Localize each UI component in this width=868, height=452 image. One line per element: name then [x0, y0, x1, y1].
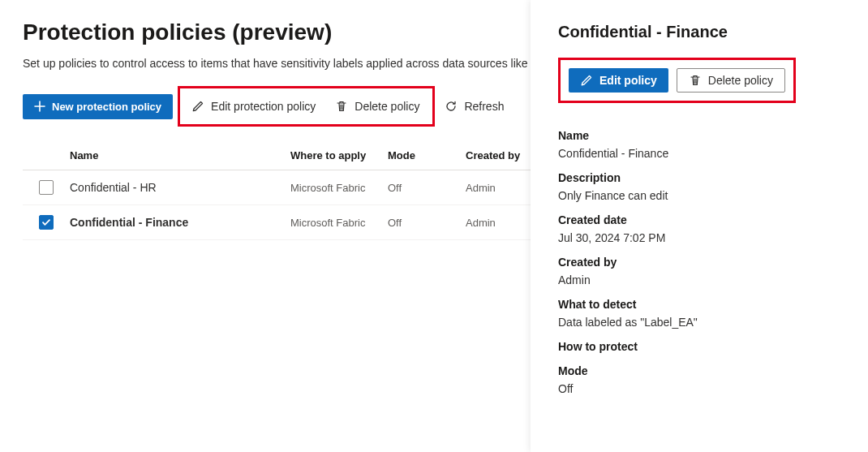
page-subtitle: Set up policies to control access to ite…	[23, 57, 531, 70]
trash-icon	[689, 74, 702, 87]
detail-value-description: Only Finance can edit	[558, 189, 849, 202]
refresh-icon	[445, 100, 458, 113]
row-where: Microsoft Fabric	[290, 217, 388, 229]
details-title: Confidential - Finance	[558, 23, 849, 41]
trash-icon	[335, 100, 348, 113]
main-area: Protection policies (preview) Set up pol…	[0, 0, 531, 452]
row-checkbox[interactable]	[39, 180, 54, 195]
toolbar-highlight: Edit protection policy Delete policy	[178, 86, 435, 127]
policies-table: Name Where to apply Mode Created by Conf…	[23, 141, 531, 240]
row-created-by: Admin	[466, 217, 531, 229]
edit-policy-button[interactable]: Edit policy	[569, 68, 668, 93]
details-panel: Confidential - Finance Edit policy Delet…	[531, 0, 868, 452]
table-header: Name Where to apply Mode Created by	[23, 141, 531, 170]
new-protection-policy-button[interactable]: New protection policy	[23, 94, 173, 119]
page-title: Protection policies (preview)	[23, 19, 531, 45]
edit-policy-label: Edit policy	[599, 74, 657, 87]
table-row[interactable]: Confidential - Finance Microsoft Fabric …	[23, 205, 531, 240]
row-mode: Off	[388, 217, 466, 229]
header-created-by[interactable]: Created by	[466, 149, 531, 161]
detail-label-description: Description	[558, 171, 849, 184]
detail-label-mode: Mode	[558, 364, 849, 377]
edit-icon	[191, 100, 204, 113]
detail-value-mode: Off	[558, 382, 849, 395]
row-name: Confidential - HR	[70, 181, 290, 194]
detail-value-created-by: Admin	[558, 273, 849, 286]
details-actions-highlight: Edit policy Delete policy	[558, 58, 796, 103]
header-name[interactable]: Name	[70, 149, 290, 161]
row-created-by: Admin	[466, 182, 531, 194]
delete-policy-button[interactable]: Delete policy	[325, 93, 429, 119]
header-mode[interactable]: Mode	[388, 149, 466, 161]
detail-value-name: Confidential - Finance	[558, 147, 849, 160]
delete-policy-label-side: Delete policy	[708, 74, 773, 87]
detail-value-created-date: Jul 30, 2024 7:02 PM	[558, 231, 849, 244]
detail-value-what-to-detect: Data labeled as "Label_EA"	[558, 316, 849, 329]
table-row[interactable]: Confidential - HR Microsoft Fabric Off A…	[23, 170, 531, 205]
detail-label-created-by: Created by	[558, 256, 849, 269]
refresh-button[interactable]: Refresh	[435, 93, 513, 119]
detail-label-how-to-protect: How to protect	[558, 340, 849, 353]
detail-label-what-to-detect: What to detect	[558, 298, 849, 311]
row-mode: Off	[388, 182, 466, 194]
detail-label-created-date: Created date	[558, 213, 849, 226]
row-checkbox[interactable]	[39, 215, 54, 230]
plus-icon	[34, 101, 45, 112]
detail-label-name: Name	[558, 129, 849, 142]
row-where: Microsoft Fabric	[290, 182, 388, 194]
row-name: Confidential - Finance	[70, 216, 290, 229]
new-protection-policy-label: New protection policy	[52, 101, 161, 113]
refresh-label: Refresh	[464, 100, 504, 113]
edit-protection-policy-button[interactable]: Edit protection policy	[182, 93, 325, 119]
check-icon	[41, 217, 51, 227]
delete-policy-button-side[interactable]: Delete policy	[677, 68, 785, 93]
header-where[interactable]: Where to apply	[290, 149, 388, 161]
toolbar: New protection policy Edit protection po…	[23, 86, 531, 127]
edit-protection-policy-label: Edit protection policy	[211, 100, 316, 113]
delete-policy-label: Delete policy	[355, 100, 419, 113]
edit-icon	[580, 74, 593, 87]
